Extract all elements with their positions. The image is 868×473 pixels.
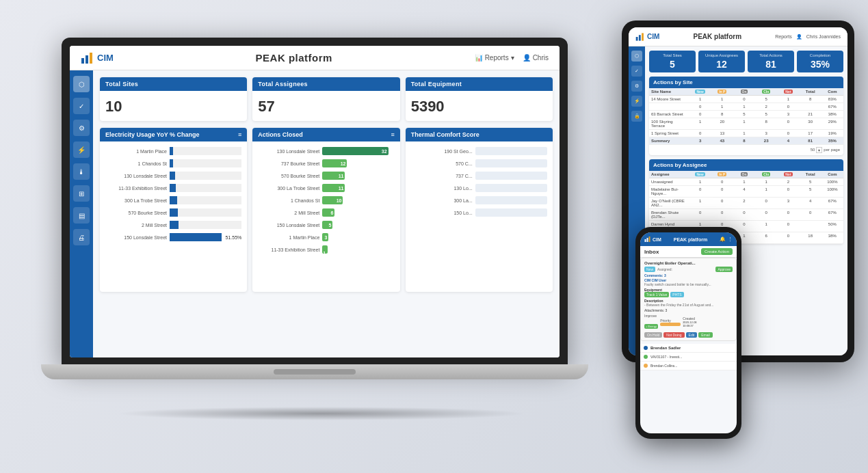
laptop-body: ⬡ ✓ ⚙ ⚡ 🌡 ⊞ ▤ 🖨 Total S [70, 70, 560, 357]
chart-bar-highlight [170, 233, 222, 241]
col-assignee: Assignee [649, 171, 689, 178]
priority-bar [660, 323, 681, 326]
sidebar-icon-temp[interactable]: 🌡 [73, 163, 90, 180]
svg-rect-8 [649, 236, 650, 242]
col-com: Com [821, 171, 843, 178]
thermal-chart: Thermal Comfort Score 190 St Geo... 570 … [406, 128, 553, 292]
actions-closed-header: Actions Closed ≡ [252, 128, 399, 141]
phone-menu-icon[interactable]: ⋮ [728, 236, 733, 242]
tablet-reports[interactable]: Reports [775, 34, 792, 39]
td-on: 0 [733, 96, 755, 103]
tablet-user-icon: 👤 [796, 34, 802, 40]
site-row-summary: Summary 3 43 8 23 4 81 35% [649, 137, 843, 145]
td-total: 81 [800, 137, 821, 144]
sidebar-icon-settings[interactable]: ⚙ [73, 120, 90, 136]
email-btn[interactable]: Email [698, 332, 713, 338]
electricity-chart-body: 1 Martin Place 1 Chandos St [100, 141, 247, 292]
thermal-row-6: 150 Lo... [411, 208, 547, 217]
sidebar-icon-grid[interactable]: ⊞ [73, 185, 90, 202]
hamburger-icon[interactable]: ≡ [238, 131, 241, 138]
td-clo: 2 [755, 103, 777, 110]
inbox-header: Inbox Create Action [640, 246, 737, 258]
phone-bell-icon[interactable]: 🔔 [720, 236, 726, 242]
td-inp: 20 [711, 118, 733, 129]
td-clo: 23 [755, 137, 777, 144]
svg-rect-2 [90, 53, 92, 64]
sidebar-icon-print[interactable]: 🖨 [73, 229, 90, 245]
chart-row-3: 130 Lonsdale Street [105, 172, 241, 180]
ac-row-2: 737 Bourke Street 12 [258, 159, 394, 167]
actions-closed-body: 130 Lonsdale Street 32 737 Bou [252, 141, 399, 292]
not-doing-btn[interactable]: Not Doing [663, 332, 684, 338]
tablet-metric-completion-label: Completion [800, 53, 840, 59]
chart-label: 300 La Trobe Street [105, 198, 167, 203]
sidebar-icon-dashboard[interactable]: ⬡ [73, 76, 90, 92]
action-details-row: Improve + Energy Priority Created 2020-1… [644, 314, 733, 330]
td-on: 8 [733, 137, 755, 144]
thermal-row-5: 300 La... [411, 196, 547, 204]
approve-button[interactable]: Approve [715, 267, 733, 272]
ac-row-3: 570 Bourke Street 11 [258, 172, 394, 180]
cim-logo-icon [81, 51, 94, 65]
chart-row-6: 570 Bourke Street [105, 208, 241, 217]
edit-btn[interactable]: Edit [686, 332, 698, 338]
tablet-metric-actions-label: Total Actions [751, 53, 791, 59]
ac-row-9: 11-33 Exhibition Street 1 [258, 245, 394, 254]
hamburger-icon-2[interactable]: ≡ [391, 131, 394, 138]
tablet-sidebar-settings[interactable]: ⚙ [631, 81, 642, 92]
sidebar-icon-tasks[interactable]: ✓ [73, 98, 90, 114]
td-not: 1 [777, 96, 799, 103]
phone-logo-text: CIM [653, 237, 661, 242]
td-total [800, 103, 821, 110]
user-nav[interactable]: 👤 Chris [523, 54, 549, 62]
tablet-sidebar-tasks[interactable]: ✓ [631, 66, 642, 77]
reports-chevron: ▾ [511, 54, 514, 62]
chart-bar-wrap [170, 221, 241, 229]
create-action-button[interactable]: Create Action [701, 248, 733, 255]
td-com: 29% [821, 118, 843, 129]
thermal-row-4: 130 Lo... [411, 184, 547, 192]
td-site: 1 Spring Street [649, 130, 689, 137]
assignee-header-row: Assignee New In P On Clo Not Total Com [649, 171, 843, 178]
td-total: 17 [800, 130, 821, 137]
sidebar-icon-bar[interactable]: ▤ [73, 207, 90, 224]
comment-text: Faulty switch caused boiler to be manual… [644, 282, 733, 286]
phone-inbox-row-3: Brendan Collins... [640, 362, 737, 370]
reports-nav[interactable]: 📊 Reports ▾ [475, 54, 514, 62]
chart-label: 1 Chandos St [258, 198, 319, 203]
phone-action-item: Overnight Boiler Operati... New Assigned… [640, 258, 737, 341]
tablet-sidebar-bolt[interactable]: ⚡ [631, 96, 642, 107]
col-on: On [733, 88, 755, 95]
on-hold-btn[interactable]: On Hold [644, 332, 662, 338]
scene: CIM PEAK platform 📊 Reports ▾ 👤 Chris [0, 0, 868, 473]
inbox-text-3: Brendan Collins... [650, 364, 733, 368]
total-assignees-card: Total Assignees 57 [252, 77, 399, 121]
td-not: 0 [777, 118, 799, 129]
tablet-user[interactable]: Chris Joannides [806, 34, 841, 39]
col-total: Total [800, 88, 821, 95]
sidebar-icon-energy[interactable]: ⚡ [73, 141, 90, 158]
chart-label: 300 La Trobe Street [258, 186, 319, 191]
stat-cards-row: Total Sites 10 Total Assignees 57 Total … [100, 77, 553, 121]
tablet-metric-completion-value: 35% [800, 59, 840, 70]
table-header-row: Site Name New In P On Clo Not Total Com [649, 88, 843, 96]
td-clo: 5 [755, 96, 777, 103]
tablet-sidebar-lock[interactable]: 🔒 [631, 111, 642, 122]
created-col: Created 2020-12-08 10:08:37 [683, 316, 696, 327]
ac-row-5: 1 Chandos St 10 [258, 196, 394, 204]
chart-label: 570 Bourke Street [258, 174, 319, 178]
chart-label: 1 Chandos St [105, 161, 167, 166]
actions-by-site-title: Actions by Site [649, 77, 843, 88]
reports-icon: 📊 [475, 54, 483, 62]
tablet-sidebar-dash[interactable]: ⬡ [631, 51, 642, 62]
td-on: 5 [733, 111, 755, 118]
phone-screen: CIM PEAK platform 🔔 ⋮ Inbox Create Actio… [640, 232, 737, 433]
td-assignee: Jay O'Neill (CBRE AN2... [649, 198, 689, 208]
td-new: 0 [689, 103, 711, 110]
td-inp: 13 [711, 130, 733, 137]
inbox-name-1: Brendan Sadler [650, 346, 681, 350]
chart-label: 737 Bourke Street [258, 161, 319, 166]
total-equipment-label: Total Equipment [406, 77, 553, 91]
td-clo: 5 [755, 111, 777, 118]
per-page-dropdown[interactable]: ▾ [816, 147, 822, 153]
